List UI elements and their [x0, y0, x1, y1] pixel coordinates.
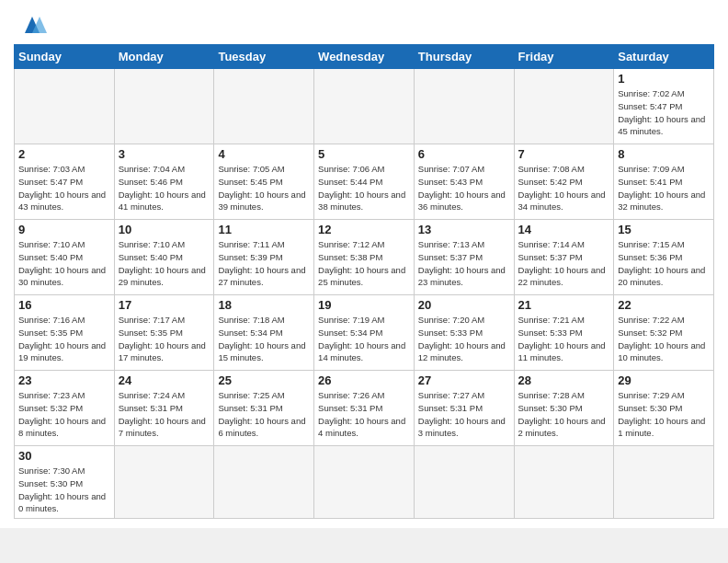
calendar-cell: 8Sunrise: 7:09 AM Sunset: 5:41 PM Daylig… — [614, 144, 714, 220]
day-info: Sunrise: 7:29 AM Sunset: 5:30 PM Dayligh… — [618, 389, 710, 440]
calendar-cell: 13Sunrise: 7:13 AM Sunset: 5:37 PM Dayli… — [414, 220, 514, 295]
day-info: Sunrise: 7:21 AM Sunset: 5:33 PM Dayligh… — [518, 314, 610, 364]
day-info: Sunrise: 7:27 AM Sunset: 5:31 PM Dayligh… — [418, 389, 510, 440]
calendar-cell: 21Sunrise: 7:21 AM Sunset: 5:33 PM Dayli… — [514, 295, 614, 371]
day-number: 13 — [418, 223, 510, 236]
calendar-cell: 7Sunrise: 7:08 AM Sunset: 5:42 PM Daylig… — [514, 144, 614, 220]
day-number: 11 — [218, 223, 310, 236]
day-number: 10 — [119, 223, 210, 236]
day-number: 21 — [518, 298, 610, 312]
day-info: Sunrise: 7:26 AM Sunset: 5:31 PM Dayligh… — [318, 389, 410, 440]
day-number: 14 — [518, 223, 610, 236]
logo-icon — [16, 13, 49, 39]
day-number: 3 — [119, 147, 210, 161]
day-number: 4 — [218, 147, 310, 161]
day-number: 18 — [218, 298, 310, 312]
day-number: 28 — [518, 373, 610, 387]
calendar-cell: 1Sunrise: 7:02 AM Sunset: 5:47 PM Daylig… — [614, 69, 714, 144]
logo — [14, 13, 49, 39]
calendar-cell: 2Sunrise: 7:03 AM Sunset: 5:47 PM Daylig… — [15, 144, 115, 220]
day-number: 7 — [518, 147, 610, 161]
weekday-header-row: SundayMondayTuesdayWednesdayThursdayFrid… — [15, 45, 714, 69]
calendar-cell: 16Sunrise: 7:16 AM Sunset: 5:35 PM Dayli… — [15, 295, 115, 371]
day-info: Sunrise: 7:17 AM Sunset: 5:35 PM Dayligh… — [119, 314, 210, 364]
day-number: 23 — [18, 373, 110, 387]
calendar-cell: 4Sunrise: 7:05 AM Sunset: 5:45 PM Daylig… — [214, 144, 314, 220]
day-info: Sunrise: 7:15 AM Sunset: 5:36 PM Dayligh… — [618, 238, 710, 289]
weekday-header-thursday: Thursday — [414, 45, 514, 69]
day-info: Sunrise: 7:22 AM Sunset: 5:32 PM Dayligh… — [618, 314, 710, 364]
calendar-cell — [214, 446, 314, 519]
calendar-cell: 3Sunrise: 7:04 AM Sunset: 5:46 PM Daylig… — [114, 144, 214, 220]
day-number: 17 — [119, 298, 210, 312]
calendar-row: 30Sunrise: 7:30 AM Sunset: 5:30 PM Dayli… — [15, 446, 714, 519]
day-number: 25 — [218, 373, 310, 387]
calendar-cell — [614, 446, 714, 519]
calendar-cell: 20Sunrise: 7:20 AM Sunset: 5:33 PM Dayli… — [414, 295, 514, 371]
day-info: Sunrise: 7:30 AM Sunset: 5:30 PM Dayligh… — [18, 465, 110, 515]
calendar-cell: 11Sunrise: 7:11 AM Sunset: 5:39 PM Dayli… — [214, 220, 314, 295]
weekday-header-tuesday: Tuesday — [214, 45, 314, 69]
weekday-header-monday: Monday — [114, 45, 214, 69]
day-number: 26 — [318, 373, 410, 387]
calendar-cell: 5Sunrise: 7:06 AM Sunset: 5:44 PM Daylig… — [314, 144, 415, 220]
calendar-cell: 18Sunrise: 7:18 AM Sunset: 5:34 PM Dayli… — [214, 295, 314, 371]
calendar-cell: 17Sunrise: 7:17 AM Sunset: 5:35 PM Dayli… — [114, 295, 214, 371]
day-number: 22 — [618, 298, 710, 312]
day-info: Sunrise: 7:19 AM Sunset: 5:34 PM Dayligh… — [318, 314, 410, 364]
weekday-header-friday: Friday — [514, 45, 614, 69]
day-info: Sunrise: 7:08 AM Sunset: 5:42 PM Dayligh… — [518, 163, 610, 213]
day-info: Sunrise: 7:10 AM Sunset: 5:40 PM Dayligh… — [119, 238, 210, 289]
calendar-table: SundayMondayTuesdayWednesdayThursdayFrid… — [14, 44, 714, 519]
calendar-cell: 15Sunrise: 7:15 AM Sunset: 5:36 PM Dayli… — [614, 220, 714, 295]
day-number: 16 — [18, 298, 110, 312]
calendar-cell: 24Sunrise: 7:24 AM Sunset: 5:31 PM Dayli… — [114, 371, 214, 446]
weekday-header-wednesday: Wednesday — [314, 45, 415, 69]
calendar-row: 1Sunrise: 7:02 AM Sunset: 5:47 PM Daylig… — [15, 69, 714, 144]
calendar-cell: 28Sunrise: 7:28 AM Sunset: 5:30 PM Dayli… — [514, 371, 614, 446]
day-number: 6 — [418, 147, 510, 161]
calendar-cell — [514, 69, 614, 144]
day-number: 29 — [618, 373, 710, 387]
day-number: 24 — [119, 373, 210, 387]
calendar-cell: 27Sunrise: 7:27 AM Sunset: 5:31 PM Dayli… — [414, 371, 514, 446]
calendar-cell — [314, 69, 415, 144]
day-number: 9 — [18, 223, 110, 236]
day-info: Sunrise: 7:16 AM Sunset: 5:35 PM Dayligh… — [18, 314, 110, 364]
day-info: Sunrise: 7:07 AM Sunset: 5:43 PM Dayligh… — [418, 163, 510, 213]
day-info: Sunrise: 7:04 AM Sunset: 5:46 PM Dayligh… — [119, 163, 210, 213]
calendar-cell — [514, 446, 614, 519]
calendar-cell — [214, 69, 314, 144]
calendar-cell — [114, 446, 214, 519]
calendar-cell — [15, 69, 115, 144]
day-number: 30 — [18, 449, 110, 463]
calendar-cell — [314, 446, 415, 519]
day-info: Sunrise: 7:12 AM Sunset: 5:38 PM Dayligh… — [318, 238, 410, 289]
header — [14, 9, 714, 39]
calendar-cell — [414, 446, 514, 519]
calendar-cell: 9Sunrise: 7:10 AM Sunset: 5:40 PM Daylig… — [15, 220, 115, 295]
calendar-cell: 29Sunrise: 7:29 AM Sunset: 5:30 PM Dayli… — [614, 371, 714, 446]
calendar-cell: 10Sunrise: 7:10 AM Sunset: 5:40 PM Dayli… — [114, 220, 214, 295]
day-info: Sunrise: 7:05 AM Sunset: 5:45 PM Dayligh… — [218, 163, 310, 213]
day-info: Sunrise: 7:10 AM Sunset: 5:40 PM Dayligh… — [18, 238, 110, 289]
day-info: Sunrise: 7:11 AM Sunset: 5:39 PM Dayligh… — [218, 238, 310, 289]
calendar-cell: 26Sunrise: 7:26 AM Sunset: 5:31 PM Dayli… — [314, 371, 415, 446]
day-info: Sunrise: 7:02 AM Sunset: 5:47 PM Dayligh… — [618, 87, 710, 138]
day-info: Sunrise: 7:18 AM Sunset: 5:34 PM Dayligh… — [218, 314, 310, 364]
day-info: Sunrise: 7:23 AM Sunset: 5:32 PM Dayligh… — [18, 389, 110, 440]
day-number: 8 — [618, 147, 710, 161]
day-number: 27 — [418, 373, 510, 387]
calendar-cell: 22Sunrise: 7:22 AM Sunset: 5:32 PM Dayli… — [614, 295, 714, 371]
day-number: 19 — [318, 298, 410, 312]
day-info: Sunrise: 7:14 AM Sunset: 5:37 PM Dayligh… — [518, 238, 610, 289]
calendar-row: 23Sunrise: 7:23 AM Sunset: 5:32 PM Dayli… — [15, 371, 714, 446]
calendar-cell: 23Sunrise: 7:23 AM Sunset: 5:32 PM Dayli… — [15, 371, 115, 446]
day-number: 5 — [318, 147, 410, 161]
weekday-header-saturday: Saturday — [614, 45, 714, 69]
calendar-cell: 14Sunrise: 7:14 AM Sunset: 5:37 PM Dayli… — [514, 220, 614, 295]
day-info: Sunrise: 7:20 AM Sunset: 5:33 PM Dayligh… — [418, 314, 510, 364]
day-info: Sunrise: 7:13 AM Sunset: 5:37 PM Dayligh… — [418, 238, 510, 289]
day-number: 20 — [418, 298, 510, 312]
day-number: 12 — [318, 223, 410, 236]
